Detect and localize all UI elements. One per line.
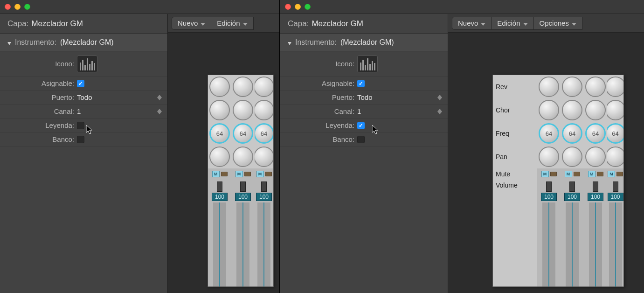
environment-canvas[interactable]: Nuevo Edición Opciones Rev Chor Freq Pan… — [448, 14, 644, 293]
mute-button[interactable]: M — [608, 171, 615, 177]
fader-cap[interactable] — [613, 181, 618, 192]
chor-knob[interactable] — [233, 100, 253, 120]
mixer-icon[interactable] — [77, 56, 97, 72]
maximize-icon[interactable] — [305, 4, 311, 10]
disclosure-triangle-icon[interactable] — [7, 40, 12, 45]
rev-knob[interactable] — [607, 77, 623, 97]
instrument-row[interactable]: Instrumento: (Mezclador GM) — [280, 34, 448, 51]
disclosure-triangle-icon[interactable] — [287, 40, 292, 45]
fader-value[interactable]: 100 — [564, 193, 580, 201]
fader-track[interactable] — [257, 202, 270, 286]
pan-knob[interactable] — [607, 146, 623, 167]
prop-channel[interactable]: Canal: 1 — [280, 105, 448, 119]
chor-knob[interactable] — [562, 100, 582, 120]
fader-cap[interactable] — [240, 181, 246, 192]
channel-strip[interactable]: 64 M 100 — [607, 75, 623, 286]
gm-mixer-object[interactable]: 64 M 100 64 M 100 — [208, 75, 274, 287]
environment-canvas[interactable]: Nuevo Edición 64 M 100 — [168, 14, 279, 293]
fader-value[interactable]: 100 — [235, 193, 251, 201]
fader-value[interactable]: 100 — [588, 193, 603, 201]
channel-strip[interactable]: 64 M 100 — [561, 75, 584, 286]
prop-channel[interactable]: Canal: 1 — [0, 105, 167, 119]
pan-knob[interactable] — [209, 146, 230, 167]
pan-knob[interactable] — [585, 146, 606, 167]
channel-stepper[interactable] — [437, 109, 442, 114]
minimize-icon[interactable] — [295, 4, 301, 10]
chor-knob[interactable] — [585, 100, 606, 120]
pan-knob[interactable] — [539, 146, 559, 167]
new-button[interactable]: Nuevo — [172, 17, 211, 30]
mixer-icon[interactable] — [357, 56, 378, 72]
chor-knob[interactable] — [607, 100, 623, 120]
editor-area[interactable]: 64 M 100 64 M 100 — [168, 33, 279, 293]
gm-mixer-object[interactable]: Rev Chor Freq Pan Mute Volume 64 — [492, 75, 624, 287]
fader-track[interactable] — [236, 202, 249, 286]
bank-checkbox[interactable] — [77, 136, 84, 143]
chor-knob[interactable] — [255, 100, 273, 120]
fader-cap[interactable] — [593, 181, 598, 192]
freq-knob[interactable]: 64 — [562, 123, 582, 144]
fader-track[interactable] — [609, 202, 622, 286]
freq-knob[interactable]: 64 — [607, 123, 623, 144]
channel-strip[interactable]: 64 M 100 — [231, 75, 255, 286]
instrument-row[interactable]: Instrumento: (Mezclador GM) — [0, 34, 167, 51]
freq-knob[interactable]: 64 — [233, 123, 253, 144]
mute-button[interactable]: M — [256, 171, 264, 177]
chor-knob[interactable] — [209, 100, 230, 120]
port-stepper[interactable] — [157, 95, 162, 100]
channel-strip[interactable]: 64 M 100 — [255, 75, 273, 286]
rev-knob[interactable] — [233, 77, 253, 97]
freq-knob[interactable]: 64 — [255, 123, 273, 144]
chor-knob[interactable] — [539, 100, 559, 120]
channel-strip[interactable]: 64 M 100 — [584, 75, 607, 286]
fader-track[interactable] — [566, 202, 579, 286]
freq-knob[interactable]: 64 — [539, 123, 559, 144]
mute-button[interactable]: M — [541, 171, 549, 177]
rev-knob[interactable] — [585, 77, 606, 97]
channel-strip[interactable]: 64 M 100 — [208, 75, 231, 286]
rev-knob[interactable] — [209, 77, 230, 97]
channel-stepper[interactable] — [157, 109, 162, 114]
assignable-checkbox[interactable] — [357, 80, 365, 87]
fader-track[interactable] — [542, 202, 555, 286]
prop-icon[interactable]: Icono: — [0, 51, 167, 77]
mute-button[interactable]: M — [212, 171, 220, 177]
prop-port[interactable]: Puerto: Todo — [280, 91, 448, 105]
fader-cap[interactable] — [546, 181, 552, 192]
fader-value[interactable]: 100 — [541, 193, 557, 201]
legend-checkbox[interactable] — [77, 122, 84, 129]
fader-value[interactable]: 100 — [256, 193, 272, 201]
pan-knob[interactable] — [562, 146, 582, 167]
fader-track[interactable] — [213, 202, 226, 286]
legend-checkbox[interactable] — [357, 122, 365, 129]
editor-area[interactable]: Rev Chor Freq Pan Mute Volume 64 — [448, 33, 644, 293]
rev-knob[interactable] — [255, 77, 273, 97]
fader-track[interactable] — [589, 202, 602, 286]
prop-port[interactable]: Puerto: Todo — [0, 91, 167, 105]
fader-value[interactable]: 100 — [608, 193, 623, 201]
pan-knob[interactable] — [255, 146, 273, 167]
layer-row[interactable]: Capa: Mezclador GM — [280, 14, 448, 34]
fader-cap[interactable] — [261, 181, 267, 192]
pan-knob[interactable] — [233, 146, 253, 167]
fader-value[interactable]: 100 — [212, 193, 228, 201]
close-icon[interactable] — [5, 4, 11, 10]
port-stepper[interactable] — [437, 95, 442, 100]
edit-button[interactable]: Edición — [492, 17, 533, 30]
layer-row[interactable]: Capa: Mezclador GM — [0, 14, 167, 34]
freq-knob[interactable]: 64 — [585, 123, 606, 144]
rev-knob[interactable] — [539, 77, 559, 97]
channel-strip[interactable]: 64 M 100 — [537, 75, 561, 286]
fader-cap[interactable] — [217, 181, 222, 192]
new-button[interactable]: Nuevo — [452, 17, 492, 30]
bank-checkbox[interactable] — [357, 136, 365, 143]
assignable-checkbox[interactable] — [77, 80, 84, 87]
mute-button[interactable]: M — [565, 171, 572, 177]
prop-icon[interactable]: Icono: — [280, 51, 448, 77]
options-button[interactable]: Opciones — [534, 17, 582, 30]
maximize-icon[interactable] — [24, 4, 30, 10]
fader-cap[interactable] — [569, 181, 575, 192]
minimize-icon[interactable] — [14, 4, 21, 10]
close-icon[interactable] — [285, 4, 291, 10]
mute-button[interactable]: M — [588, 171, 596, 177]
